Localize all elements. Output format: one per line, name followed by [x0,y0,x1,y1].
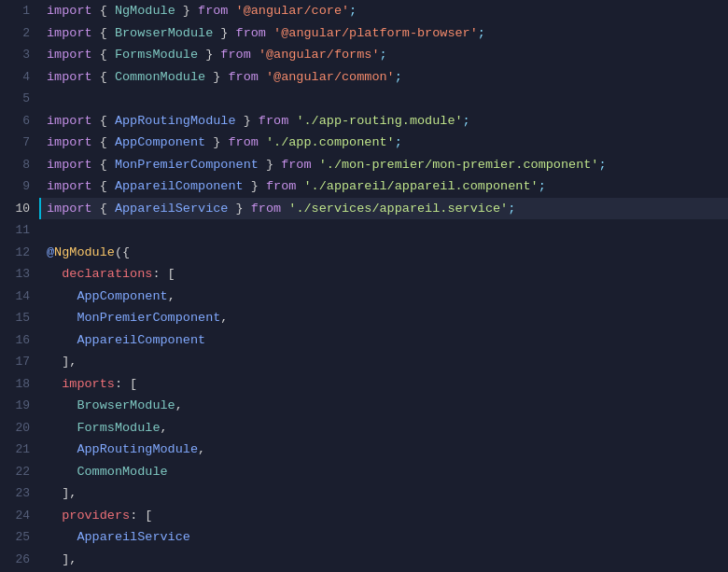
token-plain: } [198,48,220,62]
token-plain: ], [47,355,77,369]
token-plain [47,333,77,347]
token-plain [47,442,77,456]
code-line: CommonModule [47,461,728,483]
token-kw: import [47,202,92,216]
token-module-angular: FormsModule [77,421,160,435]
line-number: 1 [0,0,39,22]
code-line: @NgModule({ [47,242,728,264]
token-string-local: './app.component' [266,135,395,149]
code-line: AppareilService [47,526,728,549]
token-kw: from [259,114,288,128]
token-plain: { [92,70,115,84]
token-kw: import [47,135,92,149]
line-number: 5 [0,88,39,110]
line-number: 3 [0,44,39,66]
token-punct: ; [395,135,402,149]
token-punct: ; [349,4,357,18]
line-numbers: 1234567891011121314151617181920212223242… [0,0,39,572]
token-kw: from [228,135,258,149]
token-punct: ; [598,158,606,172]
code-editor: 1234567891011121314151617181920212223242… [0,0,728,572]
token-string-local: './appareil/appareil.component' [303,179,538,193]
token-plain [228,4,235,18]
token-kw: from [228,70,258,84]
token-kw: from [281,158,311,172]
token-module-angular: NgModule [115,4,175,18]
code-line: MonPremierComponent, [47,307,728,329]
code-line: import { AppRoutingModule } from './app-… [47,110,728,133]
token-kw: import [47,48,92,62]
token-plain [47,311,77,325]
code-line: BrowserModule, [47,395,728,417]
token-plain: } [236,114,259,128]
token-decorator: @ [47,245,54,259]
token-plain: , [220,311,228,325]
line-number: 2 [0,22,39,45]
code-line [47,88,728,110]
token-kw: from [198,4,228,18]
token-punct: ; [380,48,387,62]
token-punct: ; [478,26,485,40]
token-module-custom: AppComponent [77,289,167,303]
token-string-angular: '@angular/common' [266,70,395,84]
line-number: 19 [0,395,39,417]
line-number: 4 [0,66,39,89]
token-kw: from [266,179,296,193]
token-punct: ; [508,202,515,216]
token-module-custom: MonPremierComponent [115,158,259,172]
token-plain: { [92,26,115,40]
token-string-angular: '@angular/platform-browser' [273,26,478,40]
token-punct: ; [463,114,470,128]
line-number: 16 [0,329,39,352]
token-kw: from [236,26,266,40]
code-content: import { NgModule } from '@angular/core'… [39,0,728,572]
token-plain [47,377,62,391]
line-number: 12 [0,242,39,264]
code-line: imports: [ [47,373,728,396]
token-module-angular: BrowserModule [77,398,175,412]
code-line: import { MonPremierComponent } from './m… [47,154,728,176]
token-kw: import [47,26,92,40]
token-plain [251,48,259,62]
token-plain: } [175,4,198,18]
token-module-custom: AppareilService [77,530,190,544]
token-module-custom: AppareilComponent [77,333,205,347]
line-number: 15 [0,307,39,329]
token-punct: ; [539,179,546,193]
token-plain: { [92,158,115,172]
token-string-angular: '@angular/core' [236,4,350,18]
token-module-custom: MonPremierComponent [77,311,220,325]
line-number: 6 [0,110,39,133]
token-plain: ], [47,552,77,566]
line-number: 8 [0,154,39,176]
token-plain: { [92,48,115,62]
token-plain: { [92,179,115,193]
token-prop: declarations [62,267,152,281]
token-kw: import [47,4,92,18]
token-plain [47,421,77,435]
code-line: AppRoutingModule, [47,439,728,461]
token-plain: } [205,135,228,149]
token-plain: { [92,135,115,149]
token-module-angular: FormsModule [115,48,198,62]
code-line: ], [47,549,728,571]
line-number: 9 [0,175,39,198]
token-plain: , [198,442,205,456]
token-punct: ; [395,70,402,84]
token-string-local: './services/appareil.service' [288,202,508,216]
line-number: 22 [0,461,39,483]
line-number: 24 [0,505,39,527]
line-number: 13 [0,263,39,286]
line-number: 14 [0,286,39,308]
code-line: import { AppComponent } from './app.comp… [47,132,728,154]
line-number: 17 [0,351,39,373]
code-line: import { FormsModule } from '@angular/fo… [47,44,728,66]
token-plain [259,70,266,84]
code-line: import { CommonModule } from '@angular/c… [47,66,728,89]
code-line: FormsModule, [47,417,728,439]
token-kw: from [251,202,281,216]
token-plain [47,289,77,303]
token-plain [47,509,62,523]
token-kw: import [47,70,92,84]
token-kw: import [47,158,92,172]
